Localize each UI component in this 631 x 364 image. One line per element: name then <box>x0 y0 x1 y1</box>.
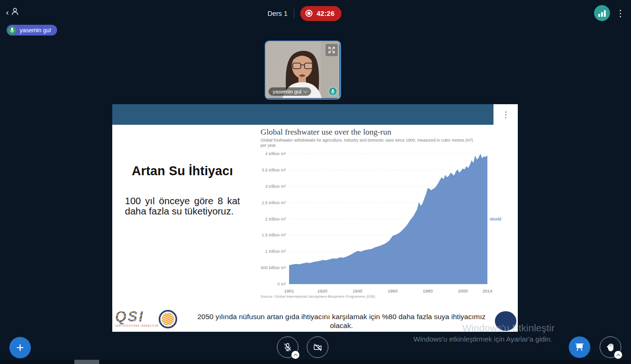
plus-icon: + <box>16 337 24 358</box>
presentation-area: ⋮ Artan Su İhtiyacı 100 yıl önceye göre … <box>112 104 518 332</box>
chart-title: Global freshwater use over the long-run <box>261 127 391 137</box>
raised-hand-icon <box>605 342 616 352</box>
meeting-app: ‹ yasemin gul Ders 1 42:26 <box>0 0 631 364</box>
record-icon <box>305 10 312 17</box>
microphone-muted-icon <box>283 342 293 352</box>
actions-plus-button[interactable]: + <box>9 337 31 358</box>
talking-indicator[interactable]: yasemin gul <box>7 25 57 36</box>
webcam-user-name: yasemin gul <box>273 89 301 94</box>
svg-text:4 trillion m³: 4 trillion m³ <box>265 151 286 156</box>
topbar-divider <box>294 9 294 18</box>
hand-options-badge[interactable] <box>614 351 622 359</box>
chevron-up-icon <box>293 354 297 357</box>
session-title: Ders 1 <box>268 10 288 17</box>
webcam-name-dropdown[interactable]: yasemin gul <box>268 87 311 96</box>
toggle-userlist-button[interactable]: ‹ <box>6 7 20 18</box>
chevron-up-icon <box>616 354 620 357</box>
slide: Artan Su İhtiyacı 100 yıl önceye göre 8 … <box>112 125 518 332</box>
svg-text:1901: 1901 <box>284 288 294 293</box>
options-kebab-icon[interactable]: ⋮ <box>616 5 625 21</box>
svg-text:1.5 trillion m³: 1.5 trillion m³ <box>261 233 286 237</box>
svg-text:3.5 trillion m³: 3.5 trillion m³ <box>261 168 286 172</box>
svg-text:1940: 1940 <box>353 288 363 293</box>
slide-footer-text: 2050 yılında nüfusun artan gıda ihtiyacı… <box>189 313 493 330</box>
collapse-chevron-icon: ‹ <box>6 8 9 17</box>
svg-text:2014: 2014 <box>482 288 492 293</box>
bottom-edge-strip <box>0 360 631 364</box>
svg-text:2000: 2000 <box>458 288 468 293</box>
expand-arrows-icon <box>328 46 335 54</box>
globe-logo <box>158 309 178 329</box>
presentation-board-icon <box>574 342 585 353</box>
fullscreen-button[interactable] <box>326 44 338 56</box>
recording-time: 42:26 <box>317 10 335 17</box>
connection-status-button[interactable] <box>594 5 610 21</box>
qsi-logo: QSI CERTIFICATIONS INSPECTION <box>115 309 157 330</box>
microphone-options-badge[interactable] <box>291 351 299 359</box>
chart-subtitle: Global freshwater withdrawals for agricu… <box>261 138 479 149</box>
windows-watermark-subtitle: Windows'u etkinleştirmek için Ayarlar'a … <box>413 335 552 343</box>
svg-text:3 trillion m³: 3 trillion m³ <box>265 184 286 189</box>
svg-text:2 trillion m³: 2 trillion m³ <box>265 217 286 221</box>
recording-indicator-button[interactable]: 42:26 <box>300 6 342 21</box>
microphone-on-icon <box>8 26 16 35</box>
svg-text:1920: 1920 <box>318 288 327 293</box>
svg-text:2.5 trillion m³: 2.5 trillion m³ <box>261 200 286 205</box>
topbar-right: ⋮ <box>594 5 625 21</box>
chart-source: Source: Global International Geosphere-B… <box>261 294 375 299</box>
camera-muted-icon <box>312 342 323 352</box>
taskbar-hint-handle[interactable] <box>74 360 99 364</box>
topbar-center: Ders 1 42:26 <box>268 6 341 21</box>
slide-body-text: 100 yıl önceye göre 8 kat daha fazla su … <box>125 196 240 216</box>
svg-text:1980: 1980 <box>423 288 433 293</box>
svg-text:0 m³: 0 m³ <box>277 282 286 286</box>
presentation-header-bar <box>112 104 493 125</box>
mute-microphone-button[interactable] <box>277 336 298 358</box>
webcam-mic-status-icon <box>328 87 337 96</box>
userlist-person-icon <box>10 7 20 18</box>
talking-user-name: yasemin gul <box>20 27 51 34</box>
presentation-options-button[interactable]: ⋮ <box>493 104 518 125</box>
presentation-kebab-icon: ⋮ <box>502 110 510 119</box>
chevron-down-icon <box>304 89 307 93</box>
svg-text:World: World <box>490 216 501 221</box>
restore-presentation-button[interactable] <box>569 336 590 358</box>
svg-text:1 trillion m³: 1 trillion m³ <box>265 249 286 254</box>
slide-navy-circle <box>495 311 516 331</box>
qsi-logo-caption: CERTIFICATIONS INSPECTION <box>115 325 157 327</box>
svg-text:500 billion m³: 500 billion m³ <box>261 265 286 270</box>
slide-heading: Artan Su İhtiyacı <box>126 164 239 178</box>
raise-hand-button[interactable] <box>600 336 621 358</box>
share-camera-button[interactable] <box>307 336 328 358</box>
signal-bars-icon <box>598 14 600 17</box>
qsi-logo-text: QSI <box>115 309 157 324</box>
freshwater-area-chart: 0 m³500 billion m³1 trillion m³1.5 trill… <box>112 125 518 332</box>
svg-text:1960: 1960 <box>388 288 398 293</box>
webcam-tile[interactable]: yasemin gul <box>265 41 341 100</box>
